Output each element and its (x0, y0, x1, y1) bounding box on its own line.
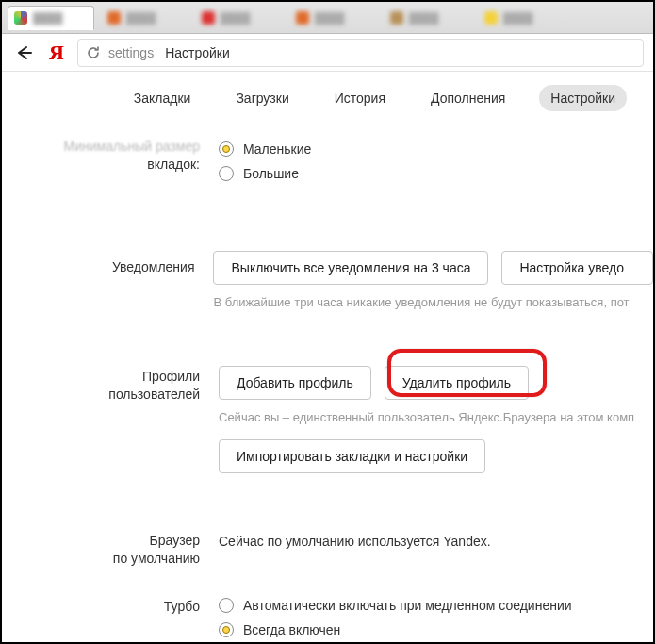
tab-title: ████ (33, 12, 62, 24)
toolbar: Я settings Настройки (2, 34, 653, 72)
section-label: Уведомления (112, 259, 195, 274)
notification-settings-button[interactable]: Настройка уведо (501, 251, 653, 285)
radio-icon (219, 598, 234, 613)
nav-addons[interactable]: Дополнения (419, 85, 516, 111)
radio-label: Маленькие (243, 141, 311, 157)
mute-notifications-button[interactable]: Выключить все уведомления на 3 часа (213, 251, 488, 285)
section-label: Турбо (164, 599, 200, 614)
delete-profile-button[interactable]: Удалить профиль (385, 366, 529, 400)
section-min-tab-size: Минимальный размер вкладок: Маленькие Бо… (2, 124, 653, 217)
browser-tab[interactable]: ████ (102, 6, 188, 30)
section-label: Браузер (2, 532, 200, 550)
settings-nav: Закладки Загрузки История Дополнения Нас… (2, 72, 653, 124)
default-browser-text: Сейчас по умолчанию используется Yandex. (219, 534, 491, 549)
section-label: по умолчанию (2, 550, 200, 568)
radio-icon (219, 141, 234, 157)
section-label: Минимальный размер (2, 138, 200, 156)
address-path: Настройки (165, 45, 230, 60)
radio-icon (219, 622, 234, 637)
radio-label: Большие (243, 166, 299, 181)
nav-history[interactable]: История (323, 85, 397, 111)
browser-tab[interactable]: ████ (290, 6, 377, 30)
yandex-logo[interactable]: Я (49, 41, 64, 65)
radio-large-tabs[interactable]: Большие (219, 166, 653, 181)
profiles-hint: Сейчас вы – единственный пользователь Ян… (219, 409, 653, 426)
radio-icon (219, 166, 234, 181)
address-prefix: settings (108, 45, 154, 60)
radio-label: Всегда включен (243, 622, 340, 637)
nav-bookmarks[interactable]: Закладки (123, 85, 203, 111)
nav-settings[interactable]: Настройки (539, 85, 627, 111)
browser-tab[interactable]: ████ (479, 6, 565, 30)
tab-strip: ████ ████ ████ ████ ████ ████ (2, 2, 653, 34)
section-label: пользователей (2, 386, 200, 404)
import-bookmarks-button[interactable]: Импортировать закладки и настройки (219, 439, 485, 473)
notifications-hint: В ближайшие три часа никакие уведомления… (213, 294, 653, 311)
browser-tab[interactable]: ████ (196, 6, 283, 30)
settings-content: Минимальный размер вкладок: Маленькие Бо… (2, 124, 653, 642)
section-label: вкладок: (2, 156, 200, 173)
reload-icon[interactable] (86, 45, 101, 60)
section-profiles: Профили пользователей Добавить профиль У… (2, 338, 653, 500)
section-label: Профили (2, 368, 200, 386)
section-notifications: Уведомления Выключить все уведомления на… (2, 217, 653, 338)
section-default-browser: Браузер по умолчанию Сейчас по умолчанию… (2, 500, 653, 581)
back-button[interactable] (11, 41, 36, 65)
section-turbo: Турбо Автоматически включать при медленн… (2, 581, 653, 642)
radio-turbo-auto[interactable]: Автоматически включать при медленном сое… (219, 598, 653, 613)
address-bar[interactable]: settings Настройки (77, 39, 644, 67)
tab-favicon (14, 11, 27, 25)
add-profile-button[interactable]: Добавить профиль (219, 366, 371, 400)
browser-tab[interactable]: ████ (385, 6, 471, 30)
browser-tab[interactable]: ████ (8, 6, 94, 30)
radio-turbo-always[interactable]: Всегда включен (219, 622, 653, 637)
radio-label: Автоматически включать при медленном сое… (243, 598, 572, 613)
nav-downloads[interactable]: Загрузки (224, 85, 300, 111)
radio-small-tabs[interactable]: Маленькие (219, 141, 653, 157)
